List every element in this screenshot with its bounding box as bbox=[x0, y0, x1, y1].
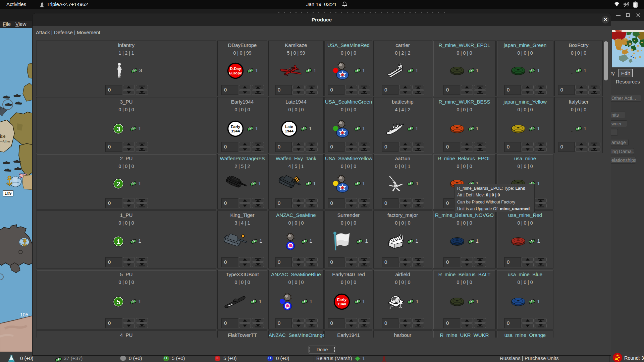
svg-text:105: 105 bbox=[20, 312, 28, 317]
svg-text:2: 2 bbox=[116, 180, 120, 188]
svg-text:—Allies: —Allies bbox=[0, 140, 10, 143]
svg-text:D-Day: D-Day bbox=[230, 67, 241, 71]
svg-text:109: 109 bbox=[5, 191, 12, 196]
svg-text:Late: Late bbox=[285, 125, 293, 129]
svg-text:1944: 1944 bbox=[285, 129, 293, 133]
svg-text:1: 1 bbox=[116, 238, 120, 245]
svg-text:1940: 1940 bbox=[337, 302, 346, 306]
svg-text:ire: ire bbox=[0, 133, 6, 139]
svg-text:1944: 1944 bbox=[231, 129, 240, 133]
svg-text:5: 5 bbox=[116, 298, 120, 306]
svg-text:Early: Early bbox=[231, 125, 240, 129]
svg-text:Early: Early bbox=[337, 298, 347, 302]
svg-text:Europe: Europe bbox=[229, 71, 242, 75]
svg-text:3: 3 bbox=[116, 125, 120, 133]
